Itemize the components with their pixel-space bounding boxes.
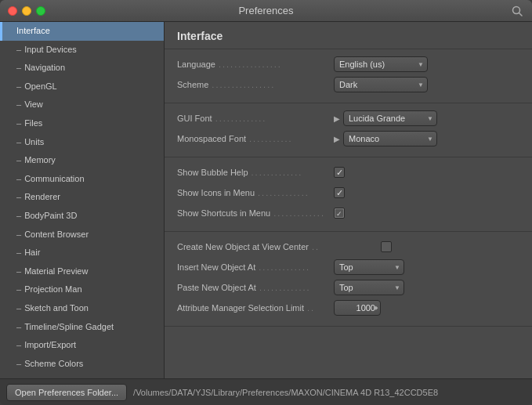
scheme-select-wrapper[interactable]: Dark — [334, 77, 428, 92]
titlebar: Preferences — [0, 0, 532, 22]
paste-new-object-row: Paste New Object At ............. Top Bo… — [177, 279, 519, 296]
insert-new-object-label: Insert New Object At — [177, 262, 255, 272]
icons-in-menu-label: Show Icons in Menu — [177, 188, 255, 197]
panel: Interface Language ................ Engl… — [165, 22, 532, 378]
paste-new-object-select[interactable]: Top Bottom — [334, 280, 404, 295]
create-new-object-row: Create New Object at View Center .. — [177, 238, 519, 255]
sidebar-item-projection-man[interactable]: Projection Man — [0, 280, 164, 299]
search-icon — [512, 5, 523, 16]
open-preferences-folder-button[interactable]: Open Preferences Folder... — [6, 384, 127, 401]
scheme-label-container: Scheme ................ — [177, 80, 334, 89]
monospaced-font-label: Monospaced Font — [177, 134, 246, 143]
sidebar-item-navigation[interactable]: Navigation — [0, 59, 164, 78]
sidebar-item-files[interactable]: Files — [0, 114, 164, 133]
insert-new-object-select[interactable]: Top Bottom — [334, 259, 404, 275]
sidebar: InterfaceInput DevicesNavigationOpenGLVi… — [0, 22, 165, 378]
attr-manager-label: Attribute Manager Selection Limit — [177, 303, 304, 313]
language-label-container: Language ................ — [177, 60, 334, 69]
preferences-path: /Volumes/DATA/YJS/Library/Preferences/MA… — [133, 388, 438, 397]
preferences-window: Preferences InterfaceInput DevicesNaviga… — [0, 0, 532, 405]
sidebar-item-scheme-colors[interactable]: Scheme Colors — [0, 355, 164, 374]
shortcuts-checkmark-icon: ✓ — [335, 208, 344, 218]
insert-new-object-select-wrapper[interactable]: Top Bottom — [334, 259, 404, 275]
language-row: Language ................ English (us) — [177, 56, 519, 73]
monospaced-font-select[interactable]: Monaco — [343, 131, 437, 146]
attr-manager-label-container: Attribute Manager Selection Limit .. — [177, 303, 334, 313]
paste-new-object-select-wrapper[interactable]: Top Bottom — [334, 280, 404, 295]
bubble-help-row: Show Bubble Help ............. — [177, 164, 519, 181]
sidebar-item-interface[interactable]: Interface — [0, 22, 164, 41]
sidebar-item-opengl[interactable]: OpenGL — [0, 78, 164, 96]
sidebar-item-input-devices[interactable]: Input Devices — [0, 41, 164, 60]
attr-manager-number-wrapper[interactable] — [334, 300, 381, 316]
gui-font-row: GUI Font ............. ▶ Lucida Grande — [177, 110, 519, 127]
search-button[interactable] — [510, 4, 524, 18]
object-placement-section: Create New Object at View Center .. Inse… — [165, 232, 532, 327]
sidebar-item-content-browser[interactable]: Content Browser — [0, 226, 164, 244]
bottom-bar: Open Preferences Folder... /Volumes/DATA… — [0, 378, 532, 405]
sidebar-item-renderer[interactable]: Renderer — [0, 188, 164, 207]
sidebar-item-hair[interactable]: Hair — [0, 244, 164, 262]
sidebar-item-units[interactable]: Units — [0, 133, 164, 152]
window-title: Preferences — [238, 5, 293, 16]
sidebar-item-material-preview[interactable]: Material Preview — [0, 262, 164, 281]
language-label: Language — [177, 60, 215, 69]
traffic-lights — [8, 6, 45, 16]
gui-font-select[interactable]: Lucida Grande — [343, 110, 437, 126]
shortcuts-in-menu-label: Show Shortcuts in Menu — [177, 208, 270, 218]
insert-new-object-label-container: Insert New Object At ............. — [177, 262, 334, 272]
paste-new-object-label-container: Paste New Object At ............. — [177, 283, 334, 292]
shortcuts-in-menu-checkbox[interactable]: ✓ — [334, 208, 345, 219]
sidebar-item-timeline-spline[interactable]: Timeline/Spline Gadget — [0, 318, 164, 337]
svg-text:✓: ✓ — [336, 210, 342, 218]
panel-title: Interface — [165, 22, 532, 49]
icons-in-menu-row: Show Icons in Menu ............. — [177, 184, 519, 201]
create-new-object-label: Create New Object at View Center — [177, 242, 309, 251]
sidebar-item-memory[interactable]: Memory — [0, 151, 164, 170]
checkboxes-section: Show Bubble Help ............. Show Icon… — [165, 157, 532, 232]
language-select[interactable]: English (us) — [334, 56, 428, 72]
gui-font-label: GUI Font — [177, 114, 212, 123]
sidebar-item-view[interactable]: View — [0, 96, 164, 114]
icons-in-menu-checkbox[interactable] — [334, 187, 345, 198]
monospaced-font-select-wrapper[interactable]: Monaco — [343, 131, 437, 146]
create-new-object-checkbox[interactable] — [381, 241, 392, 252]
bubble-help-label: Show Bubble Help — [177, 168, 248, 177]
language-scheme-section: Language ................ English (us) S… — [165, 49, 532, 103]
shortcuts-in-menu-row: Show Shortcuts in Menu ............. ✓ — [177, 204, 519, 222]
paste-new-object-label: Paste New Object At — [177, 283, 256, 292]
scheme-select[interactable]: Dark — [334, 77, 428, 92]
shortcuts-in-menu-label-container: Show Shortcuts in Menu ............. — [177, 208, 334, 218]
close-button[interactable] — [8, 6, 17, 16]
sidebar-item-xstacy-elements[interactable]: XStacy::Elements — [0, 373, 164, 378]
maximize-button[interactable] — [36, 6, 45, 16]
sidebar-item-sketch-and-toon[interactable]: Sketch and Toon — [0, 299, 164, 318]
main-content: InterfaceInput DevicesNavigationOpenGLVi… — [0, 22, 532, 378]
attr-manager-input[interactable] — [334, 300, 381, 316]
minimize-button[interactable] — [22, 6, 31, 16]
monospaced-font-label-container: Monospaced Font ........... — [177, 134, 334, 143]
scheme-label: Scheme — [177, 80, 208, 89]
monospaced-font-row: Monospaced Font ........... ▶ Monaco — [177, 130, 519, 147]
monospaced-font-arrow: ▶ — [334, 135, 340, 143]
bubble-help-label-container: Show Bubble Help ............. — [177, 168, 334, 177]
gui-font-label-container: GUI Font ............. — [177, 114, 334, 123]
create-new-object-label-container: Create New Object at View Center .. — [177, 242, 381, 251]
font-section: GUI Font ............. ▶ Lucida Grande M… — [165, 103, 532, 157]
sidebar-item-communication[interactable]: Communication — [0, 170, 164, 189]
svg-line-1 — [519, 13, 523, 16]
bubble-help-checkbox[interactable] — [334, 167, 345, 178]
icons-in-menu-label-container: Show Icons in Menu ............. — [177, 188, 334, 197]
gui-font-select-wrapper[interactable]: Lucida Grande — [343, 110, 437, 126]
insert-new-object-row: Insert New Object At ............. Top B… — [177, 259, 519, 276]
scheme-row: Scheme ................ Dark — [177, 76, 519, 93]
sidebar-item-bodypaint-3d[interactable]: BodyPaint 3D — [0, 207, 164, 226]
sidebar-item-import-export[interactable]: Import/Export — [0, 336, 164, 355]
language-select-wrapper[interactable]: English (us) — [334, 56, 428, 72]
attr-manager-row: Attribute Manager Selection Limit .. — [177, 299, 519, 316]
gui-font-arrow: ▶ — [334, 114, 340, 123]
